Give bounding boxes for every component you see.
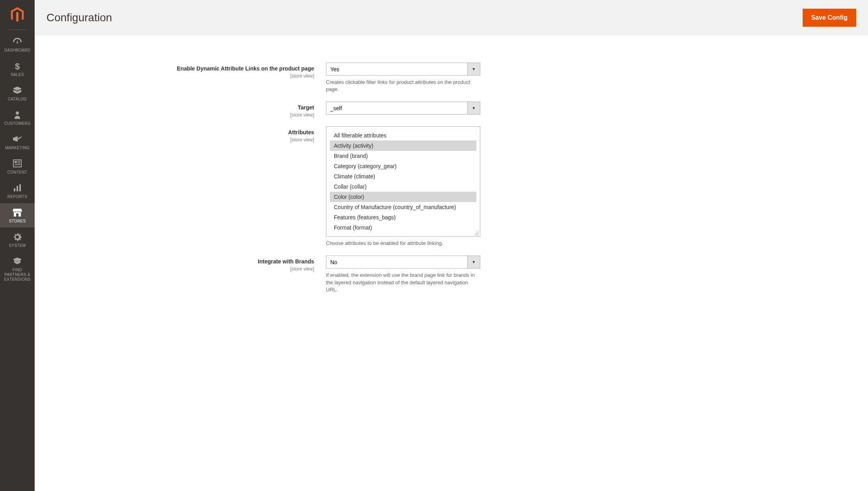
dollar-icon: $ bbox=[0, 61, 35, 71]
svg-point-1 bbox=[16, 111, 19, 115]
dashboard-icon bbox=[0, 37, 35, 46]
nav-label: FIND PARTNERS & EXTENSIONS bbox=[0, 268, 35, 282]
megaphone-icon bbox=[0, 135, 35, 144]
nav-sales[interactable]: $ SALES bbox=[0, 57, 35, 81]
nav-label: STORES bbox=[0, 219, 35, 224]
svg-rect-9 bbox=[19, 184, 21, 191]
field-label: Attributes bbox=[288, 129, 314, 135]
integrate-brands-select[interactable]: No bbox=[326, 256, 480, 269]
svg-rect-5 bbox=[18, 163, 20, 163]
field-hint: Choose attributes to be enabled for attr… bbox=[326, 240, 480, 247]
multiselect-option[interactable]: Format (format) bbox=[330, 222, 476, 233]
nav-label: MARKETING bbox=[0, 146, 35, 150]
field-target: Target [store view] _self ▼ bbox=[50, 102, 491, 118]
field-label: Target bbox=[298, 104, 314, 111]
svg-text:$: $ bbox=[15, 61, 20, 71]
field-scope: [store view] bbox=[50, 73, 314, 79]
multiselect-option[interactable]: Color (color) bbox=[330, 192, 476, 202]
nav-reports[interactable]: REPORTS bbox=[0, 179, 35, 203]
svg-rect-3 bbox=[15, 161, 17, 163]
multiselect-option[interactable]: Category (category_gear) bbox=[330, 161, 476, 171]
enable-links-select[interactable]: Yes bbox=[326, 63, 480, 76]
nav-label: DASHBOARD bbox=[0, 48, 35, 53]
multiselect-option[interactable]: Activity (activity) bbox=[330, 141, 476, 151]
stores-icon bbox=[0, 208, 35, 217]
save-config-button[interactable]: Save Config bbox=[803, 9, 856, 27]
content-icon bbox=[0, 159, 35, 169]
field-integrate-brands: Integrate with Brands [store view] No ▼ … bbox=[50, 256, 491, 293]
person-icon bbox=[0, 110, 35, 120]
field-attributes: Attributes [store view] All filterable a… bbox=[50, 126, 491, 247]
field-hint: If enabled, the extension will use the b… bbox=[326, 272, 480, 293]
svg-rect-8 bbox=[17, 186, 18, 191]
partners-icon bbox=[0, 257, 35, 266]
nav-stores[interactable]: STORES bbox=[0, 203, 35, 228]
multiselect-option[interactable]: Climate (climate) bbox=[330, 171, 476, 182]
field-scope: [store view] bbox=[50, 112, 314, 118]
magento-logo[interactable] bbox=[10, 0, 24, 30]
multiselect-option[interactable]: Country of Manufacture (country_of_manuf… bbox=[330, 202, 476, 212]
resize-handle-icon[interactable] bbox=[474, 231, 479, 235]
field-hint: Creates clickable filter links for produ… bbox=[326, 79, 480, 93]
page-title: Configuration bbox=[46, 11, 112, 24]
svg-rect-7 bbox=[14, 188, 15, 191]
field-scope: [store view] bbox=[50, 266, 314, 272]
nav-label: CONTENT bbox=[0, 170, 35, 175]
sidebar: DASHBOARD $ SALES CATALOG CUSTOMERS MARK… bbox=[0, 0, 35, 326]
gear-icon bbox=[0, 232, 35, 242]
field-label: Enable Dynamic Attribute Links on the pr… bbox=[177, 65, 314, 72]
nav-label: REPORTS bbox=[0, 195, 35, 199]
field-label: Integrate with Brands bbox=[258, 258, 314, 265]
multiselect-option[interactable]: Collar (collar) bbox=[330, 182, 476, 192]
multiselect-option[interactable]: Features (features_bags) bbox=[330, 212, 476, 222]
svg-rect-11 bbox=[16, 213, 19, 217]
nav-label: CUSTOMERS bbox=[0, 121, 35, 126]
multiselect-option[interactable]: All filterable attributes bbox=[330, 130, 476, 141]
nav-label: CATALOG bbox=[0, 97, 35, 102]
nav-customers[interactable]: CUSTOMERS bbox=[0, 106, 35, 130]
nav-catalog[interactable]: CATALOG bbox=[0, 81, 35, 106]
nav-marketing[interactable]: MARKETING bbox=[0, 130, 35, 154]
nav-dashboard[interactable]: DASHBOARD bbox=[0, 32, 35, 57]
nav-label: SYSTEM bbox=[0, 243, 35, 248]
reports-icon bbox=[0, 183, 35, 193]
multiselect-option[interactable]: Brand (brand) bbox=[330, 151, 476, 161]
logo-divider bbox=[9, 30, 26, 30]
main-content: Configuration Save Config Enable Dynamic… bbox=[35, 0, 868, 326]
catalog-icon bbox=[0, 86, 35, 95]
attributes-multiselect[interactable]: All filterable attributes Activity (acti… bbox=[326, 126, 480, 237]
target-select[interactable]: _self bbox=[326, 102, 480, 115]
svg-rect-6 bbox=[15, 164, 20, 165]
svg-rect-4 bbox=[18, 161, 20, 162]
nav-content[interactable]: CONTENT bbox=[0, 154, 35, 179]
nav-partners[interactable]: FIND PARTNERS & EXTENSIONS bbox=[0, 252, 35, 286]
nav-label: SALES bbox=[0, 72, 35, 77]
field-scope: [store view] bbox=[50, 137, 314, 143]
config-form: Enable Dynamic Attribute Links on the pr… bbox=[35, 35, 507, 326]
field-enable-links: Enable Dynamic Attribute Links on the pr… bbox=[50, 63, 491, 93]
nav-system[interactable]: SYSTEM bbox=[0, 228, 35, 252]
header-bar: Configuration Save Config bbox=[35, 0, 868, 35]
